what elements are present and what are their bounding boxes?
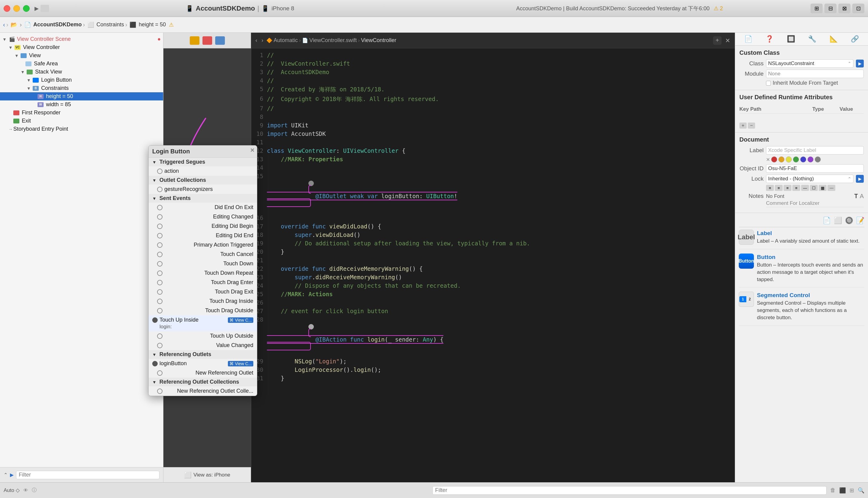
- connections-popup[interactable]: Login Button ✕ ▼ Triggered Segues action…: [148, 145, 257, 396]
- fullscreen-button[interactable]: [23, 5, 30, 12]
- comment-input[interactable]: Comment For Localizer: [766, 200, 864, 207]
- breadcrumb-item-1[interactable]: AccountSDKDemo: [33, 22, 82, 28]
- color-green[interactable]: [793, 156, 799, 162]
- ordered-list-btn[interactable]: ☐: [810, 185, 818, 191]
- popup-new-outlet[interactable]: New Referencing Outlet: [148, 368, 257, 378]
- lock-forward-btn[interactable]: ▶: [856, 175, 864, 183]
- file-inspector-icon[interactable]: 📄: [744, 35, 752, 43]
- snippet-lib-icon[interactable]: 📝: [856, 217, 864, 224]
- class-chevron[interactable]: ⌃: [848, 61, 851, 66]
- editor-back[interactable]: ‹: [254, 36, 258, 45]
- popup-value-changed[interactable]: Value Changed: [148, 341, 257, 350]
- popup-touch-drag-outside[interactable]: Touch Drag Outside: [148, 306, 257, 315]
- popup-touch-down[interactable]: Touch Down: [148, 259, 257, 268]
- module-input[interactable]: None: [766, 69, 864, 78]
- quick-help-icon[interactable]: ❓: [765, 35, 774, 43]
- sidebar-item-exit[interactable]: Exit: [0, 117, 163, 125]
- view-as-icon[interactable]: ⬜: [184, 471, 192, 479]
- popup-touch-up-inside[interactable]: Touch Up Inside ⌘ View C... login:: [148, 315, 257, 331]
- popup-touch-down-repeat[interactable]: Touch Down Repeat: [148, 268, 257, 278]
- breadcrumb-item-3[interactable]: height = 50: [139, 22, 166, 28]
- popup-login-button-outlet[interactable]: loginButton ⌘ View C...: [148, 359, 257, 368]
- inherit-checkbox[interactable]: [766, 81, 771, 86]
- list-btn[interactable]: —: [801, 185, 809, 191]
- sidebar-item-view[interactable]: ▼ View: [0, 51, 163, 60]
- forward-btn[interactable]: ›: [7, 21, 9, 28]
- ref-outlet-coll-header[interactable]: ▼ Referencing Outlet Collections: [148, 378, 257, 386]
- color-orange[interactable]: [778, 156, 785, 162]
- outlet-collections-header[interactable]: ▼ Outlet Collections: [148, 176, 257, 185]
- table-btn[interactable]: ▦: [819, 185, 827, 191]
- triggered-segues-header[interactable]: ▼ Triggered Segues: [148, 158, 257, 167]
- connections-inspector-icon[interactable]: 🔗: [851, 35, 859, 43]
- color-purple[interactable]: [807, 156, 814, 162]
- color-yellow[interactable]: [786, 156, 792, 162]
- navigator-toggle[interactable]: ⊟: [825, 4, 837, 13]
- popup-touch-cancel[interactable]: Touch Cancel: [148, 250, 257, 259]
- image-btn[interactable]: ⋯: [827, 185, 835, 191]
- sidebar-item-login-button[interactable]: ▼ Login Button: [0, 76, 163, 84]
- popup-action-item[interactable]: action: [148, 167, 257, 176]
- remove-attribute-btn[interactable]: −: [748, 122, 755, 129]
- align-left-btn[interactable]: ≡: [766, 185, 774, 191]
- obj-lib-icon[interactable]: ⬜: [834, 217, 842, 224]
- stop-button[interactable]: [41, 5, 49, 12]
- sent-events-header[interactable]: ▼ Sent Events: [148, 194, 257, 203]
- popup-editing-changed[interactable]: Editing Changed: [148, 212, 257, 222]
- sidebar-item-entry-point[interactable]: → Storyboard Entry Point: [0, 125, 163, 133]
- popup-editing-begin[interactable]: Editing Did Begin: [148, 222, 257, 231]
- popup-gesture-item[interactable]: gestureRecognizers: [148, 185, 257, 194]
- sidebar-item-constraints[interactable]: ▼ B Constraints: [0, 84, 163, 92]
- editor-forward[interactable]: ›: [260, 36, 264, 45]
- popup-close-btn[interactable]: ✕: [250, 147, 255, 154]
- sidebar-item-first-responder[interactable]: First Responder: [0, 109, 163, 117]
- debug-toggle[interactable]: ⊠: [838, 4, 851, 13]
- popup-editing-end[interactable]: Editing Did End: [148, 231, 257, 240]
- add-attribute-btn[interactable]: +: [739, 122, 747, 129]
- media-lib-icon[interactable]: 🔘: [845, 217, 853, 224]
- class-input[interactable]: NSLayoutConstraint ⌃: [766, 59, 854, 68]
- lock-input[interactable]: Inherited - (Nothing) ⌃: [766, 174, 854, 183]
- font-icon-2[interactable]: A: [860, 193, 864, 200]
- eye-icon[interactable]: 👁: [23, 488, 28, 493]
- sidebar-filter[interactable]: [16, 471, 159, 479]
- color-red[interactable]: [771, 156, 777, 162]
- close-button[interactable]: [4, 5, 10, 12]
- assistant-toggle[interactable]: ⊡: [852, 4, 864, 13]
- breadcrumb-item-2[interactable]: Constraints: [96, 22, 124, 28]
- back-btn[interactable]: ‹: [3, 21, 5, 28]
- popup-primary-action[interactable]: Primary Action Triggered: [148, 240, 257, 250]
- popup-touch-up-outside[interactable]: Touch Up Outside: [148, 331, 257, 341]
- layout-icon[interactable]: [203, 36, 212, 45]
- file-tree-icon[interactable]: 📂: [11, 22, 17, 28]
- align-center-btn[interactable]: ≡: [775, 185, 783, 191]
- filter-tag[interactable]: ▶: [10, 472, 14, 478]
- attributes-inspector-icon[interactable]: 🔧: [808, 35, 816, 43]
- minimize-button[interactable]: [13, 5, 20, 12]
- layout-toggle-icon[interactable]: ⬛: [839, 487, 846, 494]
- sidebar-item-safe-area[interactable]: Safe Area: [0, 60, 163, 68]
- doc-label-input[interactable]: Xcode Specific Label: [766, 146, 864, 155]
- color-gray[interactable]: [815, 156, 821, 162]
- sidebar-item-height[interactable]: H height = 50: [0, 92, 163, 101]
- file-lib-icon[interactable]: 📄: [822, 217, 831, 224]
- sidebar-item-vc[interactable]: ▼ VC View Controller: [0, 43, 163, 51]
- popup-touch-drag-exit[interactable]: Touch Drag Exit: [148, 287, 257, 297]
- sidebar-item-stack[interactable]: ▼ Stack View: [0, 68, 163, 76]
- popup-touch-drag-enter[interactable]: Touch Drag Enter: [148, 278, 257, 287]
- sidebar-item-scene[interactable]: ▼ 🎬 View Controller Scene ●: [0, 35, 163, 43]
- identity-inspector-icon[interactable]: 🔲: [787, 35, 795, 43]
- popup-touch-drag-inside[interactable]: Touch Drag Inside: [148, 297, 257, 306]
- popup-new-outlet-coll[interactable]: New Referencing Outlet Colle...: [148, 386, 257, 396]
- inspector-toggle[interactable]: ⊞: [811, 4, 822, 13]
- source-icon[interactable]: [215, 36, 225, 45]
- editor-add-btn[interactable]: +: [713, 36, 722, 45]
- no-color-btn[interactable]: ✕: [766, 157, 770, 162]
- bottom-filter[interactable]: [432, 486, 827, 495]
- filter-chevron[interactable]: ⌃: [4, 472, 8, 478]
- align-right-btn[interactable]: ≡: [783, 185, 791, 191]
- trash-icon[interactable]: 🗑: [830, 487, 835, 494]
- storyboard-icon[interactable]: [190, 36, 199, 45]
- sidebar-item-width[interactable]: W width = 85: [0, 101, 163, 109]
- info-icon[interactable]: ⓘ: [32, 487, 37, 494]
